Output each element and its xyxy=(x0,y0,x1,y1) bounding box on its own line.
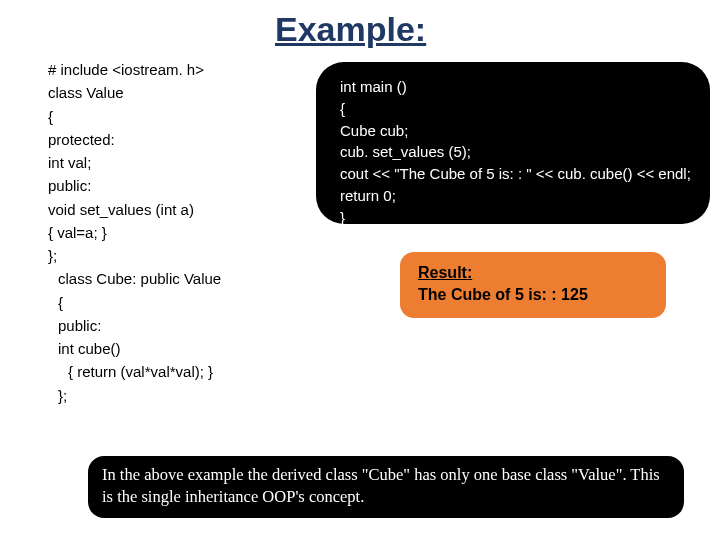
code-line: return 0; xyxy=(340,185,700,207)
code-line: cub. set_values (5); xyxy=(340,141,700,163)
code-line: { return (val*val*val); } xyxy=(48,360,278,383)
code-line: { val=a; } xyxy=(48,221,278,244)
code-line: protected: xyxy=(48,128,278,151)
code-line: class Cube: public Value xyxy=(48,267,278,290)
code-line: { xyxy=(48,105,278,128)
code-line: public: xyxy=(48,174,278,197)
code-line: int main () xyxy=(340,76,700,98)
code-line: cout << "The Cube of 5 is: : " << cub. c… xyxy=(340,163,700,185)
code-line: { xyxy=(48,291,278,314)
code-line: public: xyxy=(48,314,278,337)
result-output: Result: The Cube of 5 is: : 125 xyxy=(400,252,666,318)
explanation-text: In the above example the derived class "… xyxy=(88,456,684,518)
code-line: int cube() xyxy=(48,337,278,360)
slide-title: Example: xyxy=(275,10,426,49)
code-line: }; xyxy=(48,384,278,407)
result-label: Result: xyxy=(418,264,472,281)
code-line: void set_values (int a) xyxy=(48,198,278,221)
code-line: int val; xyxy=(48,151,278,174)
code-line: } xyxy=(340,207,700,229)
code-line: }; xyxy=(48,244,278,267)
main-function-code: int main () { Cube cub; cub. set_values … xyxy=(316,62,710,224)
code-line: Cube cub; xyxy=(340,120,700,142)
result-text: The Cube of 5 is: : 125 xyxy=(418,286,588,303)
class-definition-code: # include <iostream. h> class Value { pr… xyxy=(48,58,278,407)
code-line: class Value xyxy=(48,81,278,104)
code-line: { xyxy=(340,98,700,120)
code-line: # include <iostream. h> xyxy=(48,58,278,81)
